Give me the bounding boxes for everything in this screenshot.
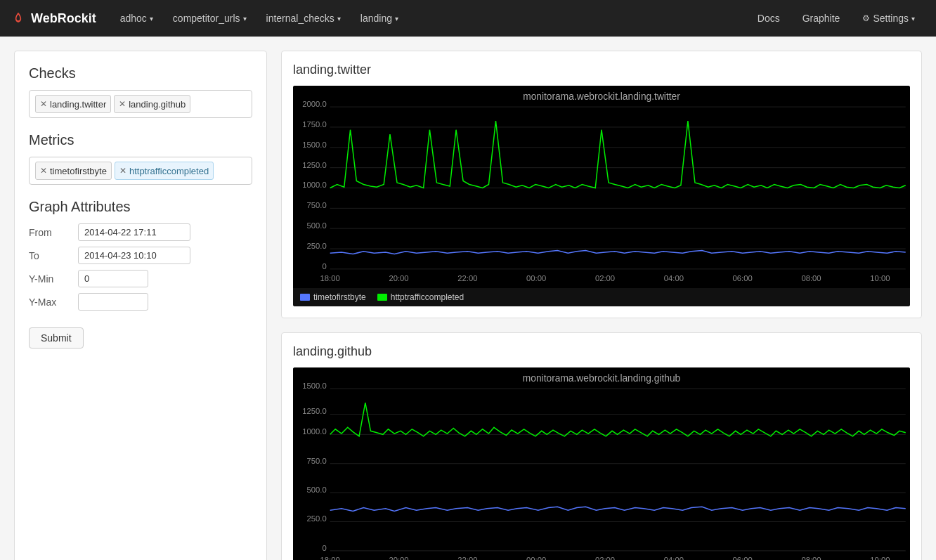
legend-swatch-green: [377, 294, 387, 301]
svg-text:02:00: 02:00: [595, 556, 615, 560]
remove-icon[interactable]: ✕: [40, 166, 47, 176]
svg-text:0: 0: [322, 544, 326, 552]
svg-text:250.0: 250.0: [306, 515, 326, 523]
remove-icon[interactable]: ✕: [40, 99, 47, 109]
svg-text:22:00: 22:00: [457, 274, 477, 282]
ymin-group: Y-Min: [29, 270, 252, 287]
legend-swatch-blue: [300, 294, 310, 301]
svg-text:06:00: 06:00: [733, 274, 753, 282]
rocket-icon: [11, 11, 25, 25]
svg-text:1250.0: 1250.0: [302, 161, 326, 169]
chart-twitter-legend: timetofirstbyte httptrafficcompleted: [293, 288, 910, 306]
nav-docs[interactable]: Docs: [748, 0, 790, 37]
metric-tag-htc[interactable]: ✕ httptrafficcompleted: [115, 162, 214, 180]
svg-text:18:00: 18:00: [320, 556, 340, 560]
graph-attr-title: Graph Attributes: [29, 199, 252, 215]
chart-github-container: monitorama.webrockit.landing.github 0 25…: [293, 367, 910, 560]
svg-text:18:00: 18:00: [320, 274, 340, 282]
svg-text:00:00: 00:00: [526, 556, 546, 560]
svg-text:10:00: 10:00: [870, 556, 890, 560]
chart-github-svg: monitorama.webrockit.landing.github 0 25…: [293, 367, 910, 560]
metrics-input-area[interactable]: ✕ timetofirstbyte ✕ httptrafficcompleted: [29, 157, 252, 185]
svg-text:00:00: 00:00: [526, 274, 546, 282]
svg-text:20:00: 20:00: [389, 556, 408, 560]
nav-adhoc[interactable]: adhoc ▾: [110, 0, 163, 37]
from-label: From: [29, 227, 78, 238]
checks-input-area[interactable]: ✕ landing.twitter ✕ landing.github: [29, 90, 252, 118]
chart-twitter-title: landing.twitter: [293, 63, 910, 77]
chevron-down-icon: ▾: [395, 15, 398, 22]
nav-landing[interactable]: landing ▾: [351, 0, 408, 37]
svg-text:0: 0: [322, 262, 326, 271]
right-panel: landing.twitter monitorama.webrockit.lan…: [281, 51, 922, 560]
svg-text:1500.0: 1500.0: [302, 141, 326, 149]
ymax-label: Y-Max: [29, 297, 78, 308]
main-container: Checks ✕ landing.twitter ✕ landing.githu…: [0, 37, 936, 560]
ymin-label: Y-Min: [29, 273, 78, 285]
svg-text:1000.0: 1000.0: [302, 428, 326, 436]
ymax-input[interactable]: [78, 293, 148, 311]
nav-internal-checks[interactable]: internal_checks ▾: [256, 0, 351, 37]
checks-title: Checks: [29, 65, 252, 82]
check-tag-twitter[interactable]: ✕ landing.twitter: [35, 95, 111, 113]
svg-text:02:00: 02:00: [595, 274, 615, 282]
metrics-title: Metrics: [29, 132, 252, 148]
svg-text:1500.0: 1500.0: [302, 382, 326, 391]
legend-item-htc-twitter: httptrafficcompleted: [377, 292, 464, 302]
nav-competitor-urls[interactable]: competitor_urls ▾: [163, 0, 256, 37]
chart-github-title: landing.github: [293, 344, 910, 359]
brand-label: WebRockit: [31, 11, 96, 26]
svg-rect-0: [293, 86, 910, 288]
chevron-down-icon: ▾: [337, 15, 341, 22]
check-tag-github[interactable]: ✕ landing.github: [114, 95, 190, 113]
nav-settings[interactable]: ⚙ Settings ▾: [852, 0, 925, 37]
brand-link[interactable]: WebRockit: [11, 11, 96, 26]
chevron-down-icon: ▾: [243, 15, 247, 22]
svg-text:monitorama.webrockit.landing.g: monitorama.webrockit.landing.github: [523, 374, 681, 384]
left-panel: Checks ✕ landing.twitter ✕ landing.githu…: [14, 51, 267, 560]
chart-twitter-svg: monitorama.webrockit.landing.twitter 0 2…: [293, 86, 910, 288]
svg-text:1750.0: 1750.0: [302, 120, 326, 129]
remove-icon[interactable]: ✕: [119, 166, 126, 176]
from-group: From: [29, 223, 252, 241]
to-input[interactable]: [78, 247, 190, 264]
svg-text:500.0: 500.0: [306, 486, 326, 495]
svg-text:20:00: 20:00: [389, 274, 408, 282]
ymax-group: Y-Max: [29, 293, 252, 311]
svg-text:08:00: 08:00: [801, 556, 821, 560]
svg-text:1250.0: 1250.0: [302, 408, 326, 416]
svg-text:04:00: 04:00: [664, 274, 684, 282]
chart-twitter-container: monitorama.webrockit.landing.twitter 0 2…: [293, 86, 910, 306]
gear-icon: ⚙: [862, 13, 870, 23]
svg-text:monitorama.webrockit.landing.t: monitorama.webrockit.landing.twitter: [523, 91, 680, 102]
svg-text:750.0: 750.0: [306, 201, 326, 209]
chevron-down-icon: ▾: [911, 15, 915, 22]
svg-text:750.0: 750.0: [306, 457, 326, 465]
svg-text:06:00: 06:00: [733, 556, 753, 560]
nav-graphite[interactable]: Graphite: [793, 0, 850, 37]
svg-text:22:00: 22:00: [457, 556, 477, 560]
submit-button[interactable]: Submit: [29, 327, 84, 349]
from-input[interactable]: [78, 223, 190, 241]
chart-card-twitter: landing.twitter monitorama.webrockit.lan…: [281, 51, 922, 318]
legend-item-ttfb-twitter: timetofirstbyte: [300, 292, 366, 302]
svg-text:10:00: 10:00: [870, 274, 890, 282]
to-group: To: [29, 247, 252, 264]
svg-text:500.0: 500.0: [306, 221, 326, 230]
svg-text:08:00: 08:00: [801, 274, 821, 282]
nav-right: Docs Graphite ⚙ Settings ▾: [748, 0, 925, 37]
svg-text:1000.0: 1000.0: [302, 181, 326, 189]
svg-text:04:00: 04:00: [664, 556, 684, 560]
to-label: To: [29, 250, 78, 261]
navbar: WebRockit adhoc ▾ competitor_urls ▾ inte…: [0, 0, 936, 37]
chevron-down-icon: ▾: [150, 15, 153, 22]
ymin-input[interactable]: [78, 270, 148, 287]
svg-text:250.0: 250.0: [306, 242, 326, 250]
chart-card-github: landing.github monitorama.webrockit.land…: [281, 332, 922, 560]
remove-icon[interactable]: ✕: [119, 99, 126, 109]
metric-tag-ttfb[interactable]: ✕ timetofirstbyte: [35, 162, 112, 180]
svg-text:2000.0: 2000.0: [302, 100, 326, 108]
